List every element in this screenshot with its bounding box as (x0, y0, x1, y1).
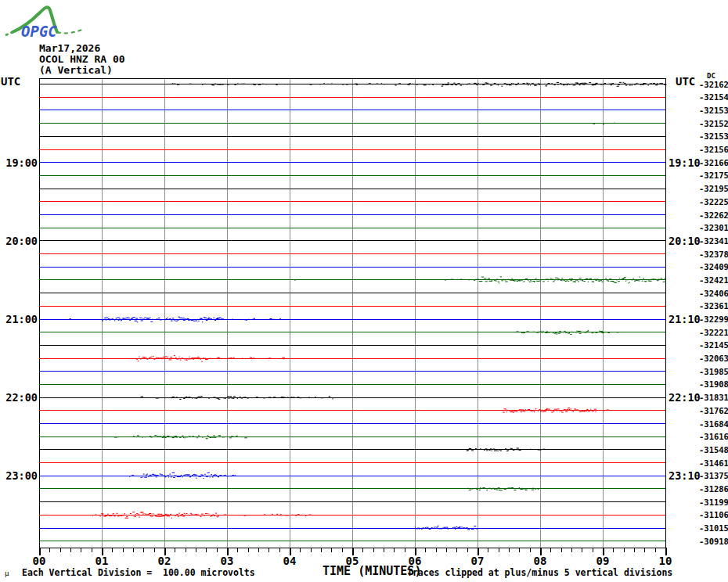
hour-label-right: 21:10 (669, 313, 701, 325)
dc-value-label: -32195 (699, 184, 728, 193)
dc-value-label: -30918 (699, 537, 728, 546)
scale-note: Each Vertical Division = 100.00 microvol… (22, 567, 255, 578)
dc-value-label: -31684 (699, 419, 728, 429)
x-tick-label: 07 (471, 555, 485, 567)
dc-value-label: -31199 (699, 498, 728, 507)
dc-value-label: -31985 (699, 367, 728, 376)
dc-value-label: -31548 (699, 445, 728, 454)
dc-value-label: -32406 (699, 289, 728, 298)
clip-note: Traces clipped at plus/minus 5 vertical … (407, 567, 672, 578)
dc-value-label: -32154 (699, 92, 728, 102)
hour-label-right: 23:10 (669, 469, 701, 482)
dc-value-label: -31286 (699, 484, 728, 494)
dc-value-label: -31015 (699, 523, 728, 533)
dc-value-label: -32175 (699, 171, 728, 180)
hour-label-left: 23:00 (5, 469, 38, 482)
x-tick-label: 00 (33, 555, 46, 567)
dc-value-label: -32063 (699, 354, 728, 363)
dc-value-label: -32341 (699, 236, 728, 246)
dc-value-label: -31831 (699, 393, 728, 402)
dc-value-label: -32153 (699, 131, 728, 141)
dc-value-label: -31375 (699, 471, 728, 480)
dc-value-label: -32153 (699, 106, 728, 115)
dc-value-label: -32378 (699, 250, 728, 259)
hour-label-right: 19:10 (669, 156, 701, 169)
x-tick-label: 08 (534, 555, 547, 567)
hour-label-left: 20:00 (5, 235, 38, 247)
dc-value-label: -31106 (699, 510, 728, 519)
dc-value-label: -32221 (699, 328, 728, 337)
hour-label-left: 19:00 (5, 156, 38, 169)
x-tick-label: 03 (221, 555, 234, 567)
x-tick-label: 10 (659, 555, 672, 567)
dc-value-label: -32152 (699, 119, 728, 128)
dc-value-label: -32361 (699, 301, 728, 311)
dc-value-label: -32301 (699, 223, 728, 232)
x-tick-label: 02 (158, 555, 171, 567)
dc-value-label: -32156 (699, 145, 728, 154)
x-tick-label: 04 (283, 555, 297, 567)
dc-value-label: -32145 (699, 340, 728, 350)
dc-value-label: -32409 (699, 262, 728, 271)
helicorder-screen: OPGC Mar17,2026 OCOL HNZ RA 00 (A Vertic… (0, 0, 728, 582)
hour-label-left: 22:00 (5, 391, 38, 404)
x-tick-label: 01 (96, 555, 109, 567)
dc-value-label: -32225 (699, 197, 728, 207)
dc-value-label: -32166 (699, 158, 728, 167)
hour-label-right: 22:10 (669, 391, 701, 404)
dc-value-label: -31616 (699, 432, 728, 441)
x-tick-label: 09 (596, 555, 610, 567)
dc-value-label: -32421 (699, 275, 728, 285)
dc-value-label: -32262 (699, 210, 728, 220)
hour-label-left: 21:00 (5, 313, 38, 325)
dc-value-label: -31762 (699, 406, 728, 415)
hour-label-right: 20:10 (669, 235, 701, 247)
dc-value-label: -31908 (699, 379, 728, 389)
helicorder-plot: 0001020304050607080910-32162-32154-32153… (0, 0, 728, 582)
corner-glyph: µ (5, 569, 9, 577)
dc-value-label: -31461 (699, 458, 728, 468)
dc-value-label: -32299 (699, 314, 728, 324)
dc-value-label: -32162 (699, 80, 728, 89)
